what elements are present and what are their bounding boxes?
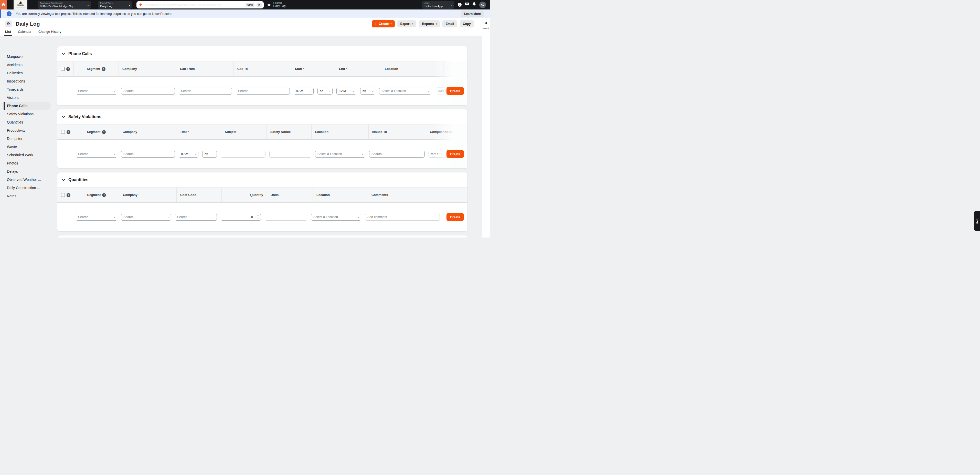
global-search-input[interactable]: According to the window systems email, d… [137,1,264,8]
select-all-checkbox[interactable] [61,130,65,134]
help-icon[interactable] [102,67,105,71]
location-select[interactable]: Select a Location [311,214,361,221]
collapse-chevron-icon[interactable] [62,116,65,118]
sidebar-item-phone-calls[interactable]: Phone Calls [3,102,51,110]
sidebar-item-daily-construction[interactable]: Daily Construction ... [3,184,51,192]
row-create-button[interactable]: Create [447,87,464,95]
help-icon[interactable] [102,130,106,134]
safety-notice-input[interactable] [269,151,311,158]
segment-select[interactable]: Search [76,151,117,158]
sidebar-item-notes[interactable]: Notes [3,192,51,200]
procore-construction-logo[interactable]: PROCORE CONSTRUCTION WOOLDRIDGE PARK TOW… [14,0,27,10]
column-label: Company [123,193,137,197]
collapse-chevron-icon[interactable] [62,53,65,55]
user-avatar[interactable]: KC [479,2,486,8]
help-icon[interactable] [67,193,70,197]
feedback-button[interactable] [465,2,469,7]
column-header-company: Company [119,62,177,77]
sidebar-item-delays[interactable]: Delays [3,167,51,175]
sidebar-item-quantities[interactable]: Quantities [3,118,51,126]
help-icon[interactable] [66,67,70,71]
tab-calendar[interactable]: Calendar [18,30,32,36]
sidebar-item-deliveries[interactable]: Deliveries [3,69,51,77]
reports-button[interactable]: Reports [419,20,440,27]
input-placeholder: Add comment [368,215,387,219]
segment-select[interactable]: Search [76,88,117,94]
section-title: Quantities [68,177,88,182]
settings-gear-button[interactable] [5,21,12,27]
apps-picker[interactable]: Apps Select an App [422,1,454,9]
sidebar-item-scheduled-work[interactable]: Scheduled Work [3,151,51,159]
select-value: 8 AM [339,89,346,93]
location-select[interactable]: Select a Location [379,88,431,94]
units-input[interactable] [265,214,307,221]
safety-violations-section: Safety Violations Segment Company Time* [57,109,468,169]
collapse-chevron-icon[interactable] [62,179,65,181]
sidebar-item-accidents[interactable]: Accidents [3,61,51,69]
select-column-header [57,62,74,77]
segment-select[interactable]: Search [76,214,117,221]
end-minute-select[interactable]: 55 [360,88,375,94]
sidebar-item-photos[interactable]: Photos [3,159,51,167]
time-minute-select[interactable]: 55 [202,151,217,158]
export-button[interactable]: Export [397,20,417,27]
column-header-location: Location [312,124,369,139]
view-tabs: List Calendar Change History [0,30,482,36]
help-icon[interactable] [102,193,106,197]
start-hour-select[interactable]: 8 AM [294,88,313,94]
column-label: Start [295,67,302,71]
sidebar-item-observed-weather[interactable]: Observed Weather ... [3,175,51,184]
assist-sparkle-icon[interactable] [484,21,488,26]
column-header-start: Start* [291,62,336,77]
start-minute-select[interactable]: 55 [317,88,332,94]
favorites-star-icon[interactable] [267,3,270,7]
row-create-button[interactable]: Create [447,150,464,158]
sidebar-item-inspections[interactable]: Inspections [3,77,51,85]
sidebar-item-productivity[interactable]: Productivity [3,126,51,134]
scrollbar[interactable] [475,37,476,236]
increment-button[interactable] [255,214,261,217]
create-button[interactable]: Create [372,20,395,27]
email-button[interactable]: Email [442,20,457,27]
test-project-banner: You are currently viewing a test project… [0,10,490,18]
sidebar-item-timecards[interactable]: Timecards [3,85,51,94]
call-from-select[interactable]: Search [179,88,232,94]
phone-calls-table-header: Segment Company Call From Call To Start*… [57,61,468,77]
sidebar-item-waste[interactable]: Waste [3,143,51,151]
end-hour-select[interactable]: 8 AM [336,88,356,94]
project-picker[interactable]: Baum.com Construction 0987-65 - Wooldrid… [38,1,91,9]
sidebar-item-visitors[interactable]: Visitors [3,94,51,102]
location-select[interactable]: Select a Location [315,151,365,158]
call-to-select[interactable]: Search [236,88,290,94]
tab-list[interactable]: List [5,30,11,36]
notifications-button[interactable] [473,2,476,8]
column-header-issued-to: Issued To [369,124,426,139]
chevron-down-icon [391,23,392,25]
info-icon [6,11,11,16]
select-all-checkbox[interactable] [61,193,65,197]
learn-more-button[interactable]: Learn More [461,11,484,17]
tab-change-history[interactable]: Change History [38,30,62,36]
issued-to-select[interactable]: Search [369,151,425,158]
project-tools-picker[interactable]: Project Tools Daily Log [98,1,132,9]
decrement-button[interactable] [255,217,261,220]
help-button[interactable] [458,3,461,7]
sidebar-item-manpower[interactable]: Manpower [3,53,51,61]
company-select[interactable]: Search [121,151,175,158]
company-select[interactable]: Search [121,214,171,221]
company-select[interactable]: Search [121,88,175,94]
row-create-button[interactable]: Create [447,213,464,221]
sidebar-item-dumpster[interactable]: Dumpster [3,134,51,143]
cost-code-select[interactable]: Search [175,214,217,221]
favorites-shortcut[interactable]: Favorites Daily Log [273,2,285,8]
sidebar-item-safety-violations[interactable]: Safety Violations [3,110,51,118]
comment-input[interactable]: Add comment [365,214,440,221]
help-icon[interactable] [67,130,70,134]
subject-input[interactable] [221,151,266,158]
sidebar-item-label: Accidents [7,63,22,67]
select-all-checkbox[interactable] [60,67,65,71]
home-button[interactable] [0,0,6,10]
copy-button[interactable]: Copy [460,20,474,27]
time-hour-select[interactable]: 8 AM [179,151,199,158]
quantity-stepper[interactable]: 0 [221,214,261,221]
